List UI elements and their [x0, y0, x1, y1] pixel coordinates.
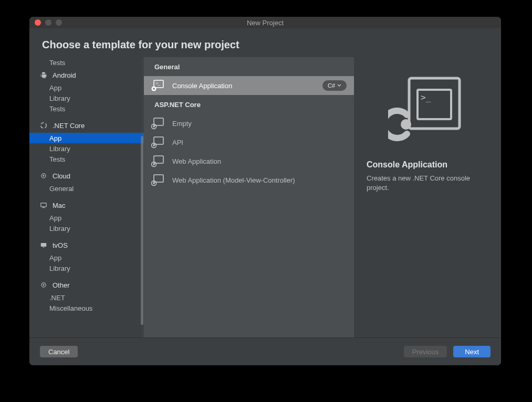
android-icon — [40, 71, 47, 79]
svg-point-15 — [153, 125, 155, 128]
sidebar-group-label: tvOS — [53, 241, 68, 249]
svg-rect-22 — [154, 175, 163, 182]
mac-icon — [40, 202, 47, 209]
sidebar-item[interactable]: Library — [29, 143, 144, 154]
svg-point-23 — [152, 181, 157, 186]
sidebar-group-cloud[interactable]: Cloud — [29, 168, 144, 183]
sidebar-group-other[interactable]: Other — [29, 278, 144, 292]
template-api[interactable]: API — [144, 133, 354, 152]
sidebar-group-dotnetcore[interactable]: .NET Core — [29, 118, 144, 133]
console-icon: >_ — [151, 79, 165, 92]
sidebar-item[interactable]: Library — [29, 263, 144, 273]
dotnet-core-icon — [40, 122, 47, 129]
svg-point-17 — [152, 143, 157, 148]
preview-description: Creates a new .NET Core console project. — [354, 174, 501, 193]
new-project-window: New Project Choose a template for your n… — [29, 17, 501, 365]
aspnet-icon — [151, 117, 165, 130]
svg-rect-9 — [154, 80, 163, 88]
category-sidebar: Tests Android App Library Tests .NET Cor… — [29, 57, 144, 337]
sidebar-item[interactable]: Library — [29, 223, 144, 234]
titlebar: New Project — [29, 17, 501, 28]
template-web-application[interactable]: Web Application — [144, 152, 354, 171]
chevron-down-icon — [337, 83, 341, 88]
sidebar-group-label: Cloud — [53, 172, 70, 180]
sidebar-group-mac[interactable]: Mac — [29, 198, 144, 213]
sidebar-item[interactable]: Tests — [29, 57, 144, 68]
svg-point-20 — [152, 162, 157, 167]
svg-point-18 — [153, 144, 155, 146]
preview-title: Console Application — [354, 160, 447, 170]
sidebar-item[interactable]: App — [29, 213, 144, 223]
svg-point-28 — [401, 119, 411, 130]
svg-rect-25 — [409, 78, 460, 129]
svg-point-21 — [153, 163, 155, 165]
aspnet-icon — [151, 154, 165, 168]
template-list: General >_ Console Application C# ASP.NE… — [144, 57, 354, 337]
sidebar-item[interactable]: Tests — [29, 103, 144, 114]
sidebar-group-tvos[interactable]: tvOS — [29, 238, 144, 252]
svg-rect-5 — [41, 243, 47, 247]
aspnet-icon — [151, 173, 165, 187]
sidebar-item[interactable]: App — [29, 82, 144, 93]
other-icon — [40, 281, 47, 289]
template-label: Web Application (Model-View-Controller) — [172, 176, 347, 184]
sidebar-group-label: Android — [53, 71, 76, 79]
cloud-icon — [40, 172, 47, 179]
sidebar-item[interactable]: Miscellaneous — [29, 303, 144, 313]
sidebar-item[interactable]: Library — [29, 93, 144, 103]
page-heading: Choose a template for your new project — [29, 28, 501, 57]
svg-rect-6 — [43, 247, 44, 248]
sidebar-item[interactable]: .NET — [29, 292, 144, 303]
sidebar-item[interactable]: App — [29, 252, 144, 263]
svg-point-12 — [153, 88, 155, 90]
template-section-general: General — [144, 57, 354, 76]
svg-point-0 — [41, 123, 47, 129]
zoom-window-button[interactable] — [56, 19, 62, 26]
language-label: C# — [328, 82, 335, 89]
template-preview: >_ Console Application Creates a new .NE… — [354, 57, 501, 337]
template-label: Console Application — [172, 82, 315, 90]
svg-point-2 — [43, 175, 45, 177]
svg-point-11 — [152, 87, 157, 91]
svg-rect-4 — [43, 207, 45, 208]
template-label: API — [172, 139, 347, 146]
minimize-window-button[interactable] — [45, 19, 51, 26]
sidebar-item-app[interactable]: App — [29, 133, 144, 143]
aspnet-icon — [151, 135, 165, 149]
svg-point-7 — [41, 283, 46, 287]
svg-point-14 — [152, 124, 157, 129]
previous-button[interactable]: Previous — [404, 346, 447, 357]
sidebar-group-label: .NET Core — [53, 122, 85, 130]
svg-rect-13 — [154, 118, 163, 125]
sidebar-item[interactable]: Tests — [29, 154, 144, 164]
window-controls — [35, 19, 62, 26]
svg-rect-3 — [41, 203, 47, 207]
svg-point-8 — [43, 284, 45, 286]
svg-rect-26 — [418, 90, 451, 119]
template-label: Empty — [172, 120, 347, 128]
sidebar-scrollbar[interactable] — [141, 136, 143, 325]
sidebar-group-label: Other — [53, 281, 70, 289]
svg-text:>_: >_ — [156, 81, 160, 86]
next-button[interactable]: Next — [453, 346, 491, 357]
template-console-application[interactable]: >_ Console Application C# — [144, 76, 354, 95]
template-web-application-mvc[interactable]: Web Application (Model-View-Controller) — [144, 171, 354, 189]
template-section-aspnet: ASP.NET Core — [144, 95, 354, 114]
template-label: Web Application — [172, 157, 347, 165]
svg-point-24 — [153, 182, 155, 184]
svg-rect-19 — [154, 156, 163, 163]
footer: Cancel Previous Next — [29, 337, 501, 365]
template-empty[interactable]: Empty — [144, 114, 354, 133]
sidebar-group-android[interactable]: Android — [29, 68, 144, 82]
window-title: New Project — [29, 19, 501, 27]
svg-text:>_: >_ — [421, 92, 431, 102]
sidebar-item[interactable]: General — [29, 183, 144, 194]
svg-point-1 — [41, 174, 46, 178]
language-selector[interactable]: C# — [322, 80, 347, 91]
tvos-icon — [40, 241, 47, 249]
cancel-button[interactable]: Cancel — [40, 346, 78, 357]
sidebar-group-label: Mac — [53, 202, 66, 209]
preview-console-icon: >_ — [388, 73, 467, 141]
close-window-button[interactable] — [35, 19, 41, 26]
main-area: Tests Android App Library Tests .NET Cor… — [29, 57, 501, 337]
